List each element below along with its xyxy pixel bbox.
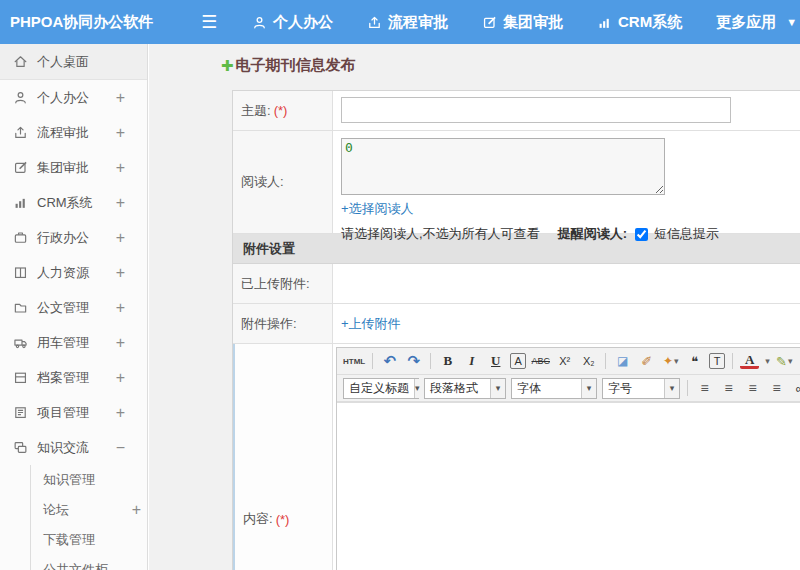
toolbar-separator (430, 353, 431, 369)
font-color-button[interactable]: A (740, 354, 759, 369)
collapse-toggle[interactable]: − (116, 439, 125, 457)
sidebar-item-knowledge-exchange[interactable]: 知识交流 − (0, 430, 147, 465)
superscript-button[interactable]: X² (555, 351, 574, 371)
strikethrough-button[interactable]: ABC (531, 351, 550, 371)
expand-toggle[interactable]: + (116, 159, 125, 177)
archive-icon (13, 370, 28, 385)
align-right-icon[interactable]: ≡ (743, 378, 762, 398)
nav-more-apps[interactable]: 更多应用 (716, 13, 776, 32)
nav-workflow-approval[interactable]: 流程审批 (367, 13, 448, 32)
readers-value-cell: 0 +选择阅读人 请选择阅读人,不选为所有人可查看 提醒阅读人: 短信息提示 (333, 131, 800, 233)
blockquote-button[interactable]: ❝ (685, 351, 704, 371)
paste-text-button[interactable]: T (709, 353, 725, 369)
expand-toggle[interactable]: + (116, 229, 125, 247)
chevron-down-icon[interactable]: ▾ (765, 356, 770, 366)
sidebar-item-label: 个人办公 (37, 89, 89, 107)
highlight-color-icon[interactable]: ✎▾ (775, 351, 794, 371)
content-label-text: 内容: (243, 510, 273, 528)
insert-link-icon[interactable]: ∞ (791, 378, 800, 398)
redo-icon[interactable]: ↷ (404, 351, 423, 371)
book-icon (13, 265, 28, 280)
underline-button[interactable]: U (486, 351, 505, 371)
uploaded-attachments-label-text: 已上传附件: (241, 275, 310, 293)
uploaded-attachments-value (333, 264, 800, 303)
subscript-button[interactable]: X₂ (579, 351, 598, 371)
sms-notify-checkbox[interactable] (635, 228, 648, 241)
sidebar-item-archive-mgmt[interactable]: 档案管理 + (0, 360, 147, 395)
folder-icon (13, 300, 28, 315)
bold-button[interactable]: B (438, 351, 457, 371)
content-label: 内容: (*) (233, 344, 333, 570)
sidebar-subitem-label: 知识管理 (43, 471, 95, 489)
nav-group-approval[interactable]: 集团审批 (482, 13, 563, 32)
expand-toggle[interactable]: + (116, 299, 125, 317)
heading-select[interactable]: 自定义标题 ▾ (343, 378, 419, 399)
workflow-icon (13, 125, 28, 140)
sidebar-subitem-knowledge-mgmt[interactable]: 知识管理 (31, 465, 147, 495)
sidebar-item-vehicle-mgmt[interactable]: 用车管理 + (0, 325, 147, 360)
sidebar-subitem-download-mgmt[interactable]: 下载管理 (31, 525, 147, 555)
sidebar-subitem-forum[interactable]: 论坛 + (31, 495, 147, 525)
sidebar-item-project-mgmt[interactable]: 项目管理 + (0, 395, 147, 430)
readers-textarea[interactable]: 0 (341, 138, 665, 195)
chevron-down-icon[interactable]: ▼ (786, 16, 797, 28)
sidebar-item-document-mgmt[interactable]: 公文管理 + (0, 290, 147, 325)
rich-text-editor: HTML ↶ ↷ B I U A ABC X² X₂ ◪ (336, 347, 800, 570)
align-center-icon[interactable]: ≡ (719, 378, 738, 398)
sidebar-subitem-public-cabinet[interactable]: 公共文件柜 (31, 555, 147, 570)
sidebar-item-group-approval[interactable]: 集团审批 + (0, 150, 147, 185)
sidebar-item-label: 项目管理 (37, 404, 89, 422)
align-left-icon[interactable]: ≡ (695, 378, 714, 398)
font-family-select[interactable]: 字体 ▾ (511, 378, 597, 399)
expand-toggle[interactable]: + (116, 404, 125, 422)
remove-format-icon[interactable]: ◪ (613, 351, 632, 371)
readers-label-text: 阅读人: (241, 173, 284, 191)
sidebar-item-admin-office[interactable]: 行政办公 + (0, 220, 147, 255)
knowledge-submenu: 知识管理 论坛 + 下载管理 公共文件柜 (30, 465, 147, 570)
attachment-ops-label-text: 附件操作: (241, 315, 297, 333)
italic-button[interactable]: I (462, 351, 481, 371)
sidebar-item-desktop[interactable]: 个人桌面 (0, 44, 147, 80)
editor-content-area[interactable] (337, 402, 800, 570)
chevron-down-icon: ▾ (490, 379, 505, 398)
content-editor-cell: HTML ↶ ↷ B I U A ABC X² X₂ ◪ (333, 344, 800, 570)
nav-personal-office[interactable]: 个人办公 (252, 13, 333, 32)
toolbar-separator (732, 353, 733, 369)
sidebar-item-crm[interactable]: CRM系统 + (0, 185, 147, 220)
html-source-button[interactable]: HTML (343, 351, 365, 371)
bar-chart-icon (13, 195, 28, 210)
chevron-down-icon: ▾ (674, 356, 679, 366)
content-row: 内容: (*) HTML ↶ ↷ B I U A ABC (233, 344, 800, 570)
sidebar-item-workflow-approval[interactable]: 流程审批 + (0, 115, 147, 150)
border-text-button[interactable]: A (510, 353, 526, 369)
project-icon (13, 405, 28, 420)
green-plus-icon: ✚ (221, 57, 234, 75)
expand-toggle[interactable]: + (116, 124, 125, 142)
hamburger-menu-icon[interactable]: ☰ (196, 11, 222, 33)
undo-icon[interactable]: ↶ (380, 351, 399, 371)
expand-toggle[interactable]: + (132, 501, 141, 519)
sidebar-item-label: CRM系统 (37, 194, 93, 212)
paragraph-format-select[interactable]: 段落格式 ▾ (424, 378, 506, 399)
expand-toggle[interactable]: + (116, 264, 125, 282)
sidebar-item-label: 集团审批 (37, 159, 89, 177)
subject-input[interactable] (341, 97, 731, 123)
format-brush-icon[interactable]: ✐ (637, 351, 656, 371)
sidebar-item-label: 流程审批 (37, 124, 89, 142)
upload-attachment-link[interactable]: +上传附件 (341, 315, 401, 333)
sidebar-subitem-label: 论坛 (43, 501, 69, 519)
select-readers-link[interactable]: +选择阅读人 (341, 201, 414, 216)
uploaded-attachments-row: 已上传附件: (233, 264, 800, 304)
expand-toggle[interactable]: + (116, 334, 125, 352)
font-size-select[interactable]: 字号 ▾ (602, 378, 680, 399)
expand-toggle[interactable]: + (116, 369, 125, 387)
expand-toggle[interactable]: + (116, 194, 125, 212)
sidebar-subitem-label: 公共文件柜 (43, 561, 108, 570)
align-justify-icon[interactable]: ≡ (767, 378, 786, 398)
chevron-down-icon: ▾ (581, 379, 596, 398)
sidebar-item-hr[interactable]: 人力资源 + (0, 255, 147, 290)
autoformat-icon[interactable]: ✦▾ (661, 351, 680, 371)
nav-crm-system[interactable]: CRM系统 (597, 13, 682, 32)
sidebar-item-personal-office[interactable]: 个人办公 + (0, 80, 147, 115)
expand-toggle[interactable]: + (116, 89, 125, 107)
